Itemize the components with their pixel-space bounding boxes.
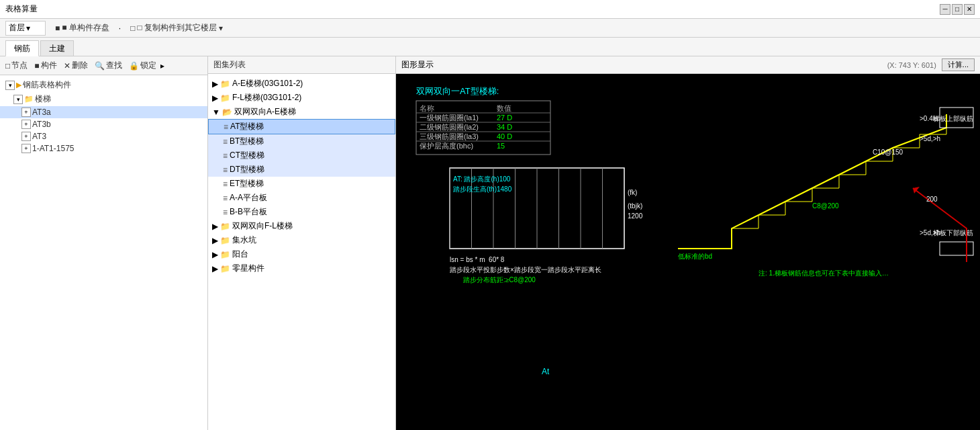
delete-label: 删除 [72, 60, 88, 71]
expand-dne-fl[interactable]: ▶ [212, 222, 218, 231]
middle-panel: 图集列表 ▶ 📁 A-E楼梯(03G101-2) ▶ 📁 F-L楼梯(03G10… [208, 56, 396, 430]
atlas-item-ae[interactable]: ▶ 📁 A-E楼梯(03G101-2) [208, 77, 395, 91]
atlas-panel-title: 图集列表 [208, 56, 395, 74]
doc-icon-aa: ≡ [223, 194, 228, 203]
expand-at1[interactable]: + [21, 144, 31, 153]
save-single-icon: ■ [55, 24, 60, 33]
atlas-label-balcony: 阳台 [232, 249, 248, 260]
atlas-label-sump: 集水坑 [232, 234, 256, 246]
atlas-item-bt-type[interactable]: ≡ BT型楼梯 [208, 134, 395, 148]
tab-rebar[interactable]: 钢筋 [5, 40, 39, 56]
find-icon: 🔍 [95, 61, 105, 71]
atlas-item-fl[interactable]: ▶ 📁 F-L楼梯(03G101-2) [208, 91, 395, 105]
atlas-label-dne-fl: 双网双向F-L楼梯 [232, 220, 293, 232]
tree-item-at1[interactable]: + 1-AT1-1575 [0, 142, 207, 155]
atlas-item-bb[interactable]: ≡ B-B平台板 [208, 205, 395, 219]
expand-dne-ae[interactable]: ▼ [212, 108, 220, 117]
graph-coords: (X: 743 Y: 601) [887, 61, 936, 69]
dropdown-arrow: ▾ [26, 24, 30, 33]
copy-single-btn[interactable]: □ □ 复制构件到其它楼层 ▾ [126, 21, 227, 36]
expand-at3b[interactable]: + [21, 120, 31, 129]
expand-balcony[interactable]: ▶ [212, 250, 218, 259]
atlas-item-sump[interactable]: ▶ 📁 集水坑 [208, 233, 395, 247]
toolbar-separator: · [119, 24, 121, 33]
title-bar: 表格算量 ─ □ ✕ [0, 0, 980, 19]
doc-icon-dt: ≡ [223, 165, 228, 175]
expand-other[interactable]: ▶ [212, 264, 218, 273]
expand-fl[interactable]: ▶ [212, 93, 218, 103]
doc-icon-ct: ≡ [223, 151, 228, 161]
more-btn[interactable]: ▸ [160, 61, 164, 71]
atlas-label-bt: BT型楼梯 [230, 136, 264, 147]
atlas-label-dne-ae: 双网双向A-E楼梯 [234, 106, 296, 118]
tree-label-at3a: AT3a [32, 108, 51, 117]
find-btn[interactable]: 🔍 查找 [92, 58, 125, 73]
floor-label: 首层 [9, 22, 25, 34]
expand-root[interactable]: ▾ [5, 81, 15, 90]
save-single-btn[interactable]: ■ ■ 单构件存盘 [51, 21, 113, 36]
folder-icon-dne-ae: 📂 [222, 108, 232, 117]
tree-area: ▾ ▶ 钢筋表格构件 ▾ 📁 楼梯 + AT3a + AT3b [0, 75, 207, 430]
folder-icon-stairs: 📁 [24, 95, 34, 103]
left-panel: □ 节点 ■ 构件 ✕ 删除 🔍 查找 🔒 锁定 ▸ [0, 56, 208, 430]
atlas-item-at-type[interactable]: ≡ AT型楼梯 [208, 119, 395, 134]
left-toolbar: □ 节点 ■ 构件 ✕ 删除 🔍 查找 🔒 锁定 ▸ [0, 56, 207, 75]
close-btn[interactable]: ✕ [964, 4, 975, 15]
expand-at3[interactable]: + [21, 132, 31, 141]
expand-at3a[interactable]: + [21, 108, 31, 117]
minimize-btn[interactable]: ─ [940, 4, 950, 15]
atlas-label-bb: B-B平台板 [230, 206, 267, 218]
lock-icon: 🔒 [129, 61, 139, 71]
tree-item-at3[interactable]: + AT3 [0, 130, 207, 142]
maximize-btn[interactable]: □ [952, 4, 963, 15]
copy-dropdown-arrow: ▾ [219, 24, 223, 33]
tree-label-root: 钢筋表格构件 [23, 79, 71, 91]
atlas-item-balcony[interactable]: ▶ 📁 阳台 [208, 247, 395, 261]
tree-item-stairs[interactable]: ▾ 📁 楼梯 [0, 92, 207, 106]
member-icon: ■ [34, 61, 39, 71]
member-label: 构件 [41, 60, 57, 71]
atlas-label-ct: CT型楼梯 [230, 150, 264, 161]
atlas-label-aa: A-A平台板 [230, 192, 267, 204]
graph-canvas[interactable] [396, 74, 980, 430]
expand-sump[interactable]: ▶ [212, 236, 218, 245]
atlas-item-dne-ae[interactable]: ▼ 📂 双网双向A-E楼梯 [208, 105, 395, 119]
graph-title: 图形显示 [401, 59, 434, 71]
folder-icon-fl: 📁 [220, 93, 230, 103]
main-content: □ 节点 ■ 构件 ✕ 删除 🔍 查找 🔒 锁定 ▸ [0, 56, 980, 430]
graph-drawing [396, 74, 980, 430]
member-btn[interactable]: ■ 构件 [32, 58, 59, 73]
tree-label-stairs: 楼梯 [35, 93, 51, 105]
tree-label-at1: 1-AT1-1575 [32, 144, 74, 153]
doc-icon-at: ≡ [224, 122, 228, 132]
lock-btn[interactable]: 🔒 锁定 [126, 58, 159, 73]
tab-soil[interactable]: 土建 [40, 40, 74, 56]
copy-single-label: □ 复制构件到其它楼层 [137, 22, 217, 34]
atlas-item-aa[interactable]: ≡ A-A平台板 [208, 191, 395, 205]
main-tabs: 钢筋 土建 [0, 38, 980, 56]
save-single-label: ■ 单构件存盘 [62, 22, 109, 34]
tree-item-at3b[interactable]: + AT3b [0, 118, 207, 130]
graph-header: 图形显示 (X: 743 Y: 601) 计算... [396, 56, 980, 74]
copy-single-icon: □ [130, 24, 135, 33]
node-btn[interactable]: □ 节点 [3, 58, 30, 73]
node-icon: □ [5, 61, 10, 71]
calc-btn[interactable]: 计算... [942, 58, 975, 71]
floor-dropdown[interactable]: 首层 ▾ [5, 21, 46, 36]
atlas-item-et-type[interactable]: ≡ ET型楼梯 [208, 177, 395, 191]
tree-item-root[interactable]: ▾ ▶ 钢筋表格构件 [0, 78, 207, 92]
expand-ae[interactable]: ▶ [212, 79, 218, 89]
folder-icon-root: ▶ [16, 81, 21, 89]
atlas-item-ct-type[interactable]: ≡ CT型楼梯 [208, 148, 395, 163]
delete-btn[interactable]: ✕ 删除 [61, 58, 91, 73]
atlas-item-dne-fl[interactable]: ▶ 📁 双网双向F-L楼梯 [208, 219, 395, 233]
atlas-item-other[interactable]: ▶ 📁 零星构件 [208, 261, 395, 275]
folder-icon-sump: 📁 [220, 236, 230, 245]
tree-label-at3: AT3 [32, 132, 46, 141]
tree-item-at3a[interactable]: + AT3a [0, 106, 207, 118]
doc-icon-et: ≡ [223, 179, 228, 189]
atlas-item-dt-type[interactable]: ≡ DT型楼梯 [208, 163, 395, 177]
right-panel: 图形显示 (X: 743 Y: 601) 计算... [396, 56, 980, 430]
expand-stairs[interactable]: ▾ [13, 95, 23, 104]
doc-icon-bb: ≡ [223, 208, 228, 217]
